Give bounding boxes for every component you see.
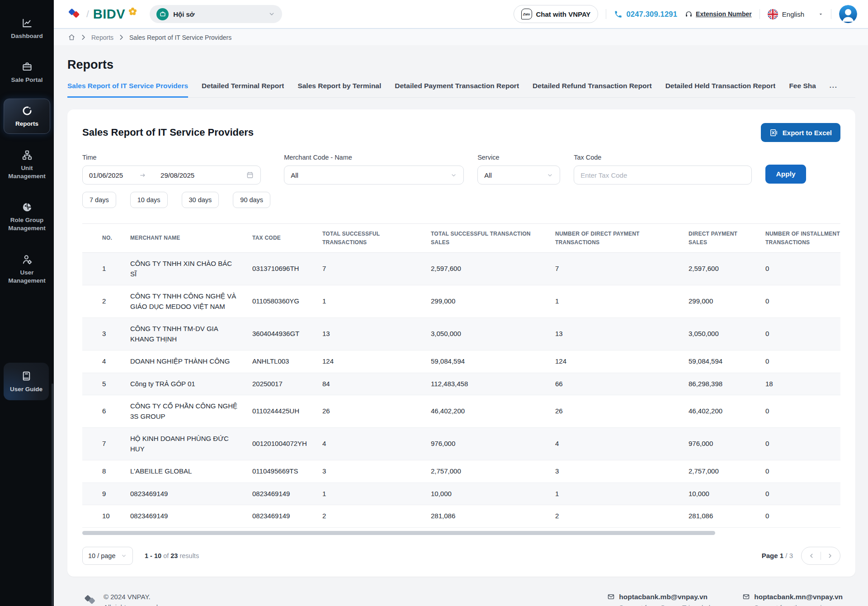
table-row: 908234691490823469149110,000110,0000 bbox=[82, 483, 840, 505]
sidebar-item-role-group-management[interactable]: Role Group Management bbox=[4, 195, 50, 238]
user-guide-label: User Guide bbox=[10, 385, 42, 393]
table-row: 7HỘ KINH DOANH PHÙNG ĐỨC HUY001201004072… bbox=[82, 428, 840, 460]
language-selector[interactable]: English bbox=[768, 9, 823, 19]
column-header: TOTAL SUCCESSFUL TRANSACTION SALES bbox=[424, 224, 548, 253]
quick-range-90-days[interactable]: 90 days bbox=[233, 192, 270, 208]
sidebar-item-dashboard[interactable]: Dashboard bbox=[4, 11, 50, 46]
merchant-select[interactable]: All bbox=[284, 166, 464, 185]
quick-range-30-days[interactable]: 30 days bbox=[182, 192, 219, 208]
tabs-overflow-button[interactable]: ··· bbox=[830, 83, 838, 97]
table-body: 1CÔNG TY TNHH XIN CHÀO BÁC SĨ0313710696T… bbox=[82, 253, 840, 528]
sidebar-item-user-management[interactable]: User Management bbox=[4, 247, 50, 290]
column-header: NO. bbox=[82, 224, 123, 253]
date-range-picker[interactable]: 01/06/2025 29/08/2025 bbox=[82, 166, 261, 185]
table-cell: 0 bbox=[758, 428, 840, 460]
next-page-button[interactable] bbox=[827, 553, 833, 559]
merchant-value: All bbox=[291, 171, 298, 179]
table-cell: 0 bbox=[758, 350, 840, 373]
table-cell: 18 bbox=[758, 373, 840, 395]
page-size-select[interactable]: 10 / page bbox=[82, 547, 133, 565]
table-cell: 7 bbox=[82, 428, 123, 460]
table-cell: 4 bbox=[548, 428, 681, 460]
prev-page-button[interactable] bbox=[808, 553, 815, 559]
table-cell: Công ty TRẢ GÓP 01 bbox=[123, 373, 245, 395]
column-header: TOTAL SUCCESSFUL TRANSACTIONS bbox=[315, 224, 424, 253]
extension-number-link[interactable]: Extension Number bbox=[685, 10, 752, 18]
table-cell: ANHLTL003 bbox=[245, 350, 315, 373]
hotline-phone[interactable]: 0247.309.1291 bbox=[614, 10, 677, 19]
service-select[interactable]: All bbox=[477, 166, 560, 185]
table-cell: DOANH NGHIỆP THÀNH CÔNG bbox=[123, 350, 245, 373]
table-cell: 7 bbox=[548, 253, 681, 285]
table-cell: 20250017 bbox=[245, 373, 315, 395]
tab-detailed-payment-transaction-report[interactable]: Detailed Payment Transaction Report bbox=[395, 82, 519, 98]
footer: © 2024 VNPAY. All rights reserved. hopta… bbox=[67, 577, 855, 606]
divider bbox=[831, 9, 831, 19]
home-icon[interactable] bbox=[68, 33, 75, 41]
uk-flag-icon bbox=[768, 9, 778, 19]
sidebar-scrollbar[interactable] bbox=[52, 383, 53, 606]
tax-code-label: Tax Code bbox=[574, 154, 752, 161]
footer-contacts: hoptacbank.mb@vnpay.vnSupport from Quang… bbox=[607, 593, 843, 606]
table-cell: 2 bbox=[548, 505, 681, 528]
table-cell: 13 bbox=[315, 318, 424, 350]
current-page: 1 bbox=[780, 552, 783, 559]
phone-number: 0247.309.1291 bbox=[626, 10, 677, 19]
sidebar-item-unit-management[interactable]: Unit Management bbox=[4, 143, 50, 186]
tab-detailed-terminal-report[interactable]: Detailed Terminal Report bbox=[202, 82, 284, 98]
tab-sales-report-of-it-service-providers[interactable]: Sales Report of IT Service Providers bbox=[67, 82, 188, 98]
report-card: Sales Report of IT Service Providers Exp… bbox=[67, 109, 855, 577]
chat-label: Chat with VNPAY bbox=[536, 10, 591, 18]
tab-fee-sha[interactable]: Fee Sha bbox=[789, 82, 816, 98]
chat-with-vnpay-button[interactable]: Zalo Chat with VNPAY bbox=[514, 5, 599, 23]
table-cell: 0110495669TS bbox=[245, 460, 315, 483]
table-cell: 4 bbox=[82, 350, 123, 373]
quick-range-10-days[interactable]: 10 days bbox=[130, 192, 168, 208]
rights-text: All rights reserved. bbox=[104, 603, 160, 606]
breadcrumb-reports[interactable]: Reports bbox=[91, 34, 113, 41]
line-chart-icon bbox=[21, 17, 33, 29]
table-row: 2CÔNG TY TNHH CÔNG NGHỆ VÀ GIÁO DỤC MEDO… bbox=[82, 285, 840, 318]
apply-button[interactable]: Apply bbox=[765, 165, 806, 184]
tab-detailed-held-transaction-report[interactable]: Detailed Held Transaction Report bbox=[665, 82, 776, 98]
table-cell: HỘ KINH DOANH PHÙNG ĐỨC HUY bbox=[123, 428, 245, 460]
table-cell: 3604044936GT bbox=[245, 318, 315, 350]
page-content: Reports Sales Report of IT Service Provi… bbox=[54, 45, 868, 606]
apply-wrap: Apply bbox=[765, 154, 806, 208]
report-table: NO.MERCHANT NAMETAX CODETOTAL SUCCESSFUL… bbox=[82, 223, 840, 528]
sidebar-item-user-guide[interactable]: User Guide bbox=[4, 363, 49, 400]
table-cell: 124 bbox=[315, 350, 424, 373]
table-cell: 1 bbox=[82, 253, 123, 285]
table-cell: 1 bbox=[315, 285, 424, 318]
table-cell: 3 bbox=[315, 460, 424, 483]
table-cell: 0 bbox=[758, 318, 840, 350]
export-to-excel-button[interactable]: Export to Excel bbox=[761, 123, 840, 142]
quick-range-7-days[interactable]: 7 days bbox=[82, 192, 116, 208]
main-area: / BIDV Hội sở Zalo Chat with VNPAY bbox=[54, 0, 868, 606]
sidebar-item-sale-portal[interactable]: Sale Portal bbox=[4, 55, 50, 90]
service-value: All bbox=[484, 171, 492, 179]
table-cell: 281,086 bbox=[424, 505, 548, 528]
org-selector[interactable]: Hội sở bbox=[150, 5, 282, 23]
sidebar-nav: DashboardSale PortalReportsUnit Manageme… bbox=[0, 11, 54, 290]
support-email-link[interactable]: hoptacbank.mn@vnpay.vn bbox=[742, 593, 843, 601]
table-cell: 281,086 bbox=[681, 505, 758, 528]
table-cell: 0 bbox=[758, 483, 840, 505]
user-avatar[interactable] bbox=[839, 5, 857, 23]
tab-detailed-refund-transaction-report[interactable]: Detailed Refund Transaction Report bbox=[533, 82, 652, 98]
table-cell: 001201004072YH bbox=[245, 428, 315, 460]
zalo-icon: Zalo bbox=[521, 9, 532, 19]
tab-sales-report-by-terminal[interactable]: Sales Report by Terminal bbox=[297, 82, 381, 98]
table-cell: 2,757,000 bbox=[681, 460, 758, 483]
column-header: DIRECT PAYMENT SALES bbox=[681, 224, 758, 253]
tax-code-input[interactable] bbox=[574, 166, 752, 185]
total-pages: 3 bbox=[789, 552, 793, 559]
table-cell: 0823469149 bbox=[123, 483, 245, 505]
horizontal-scrollbar-thumb[interactable] bbox=[82, 531, 715, 535]
table-cell: 46,402,200 bbox=[681, 395, 758, 428]
divider bbox=[821, 552, 821, 560]
sidebar-item-reports[interactable]: Reports bbox=[4, 99, 50, 133]
excel-icon bbox=[769, 128, 778, 137]
support-email-link[interactable]: hoptacbank.mb@vnpay.vn bbox=[607, 593, 723, 601]
footer-contact: hoptacbank.mb@vnpay.vnSupport from Quang… bbox=[607, 593, 723, 606]
